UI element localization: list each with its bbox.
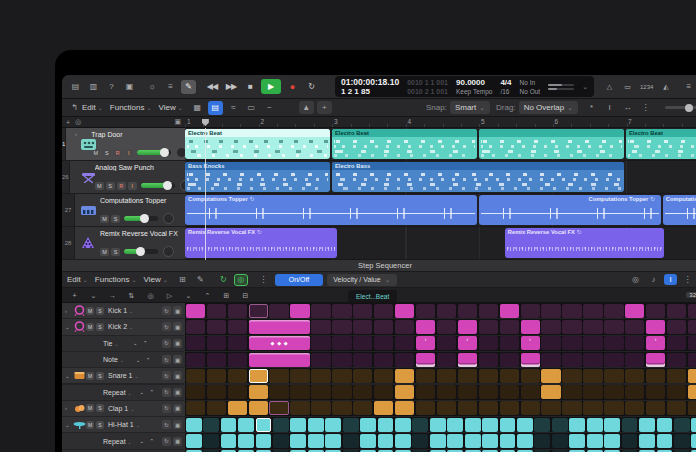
step-cell[interactable]: [249, 385, 268, 399]
step-cells[interactable]: [185, 385, 696, 400]
step-cell[interactable]: [360, 418, 376, 432]
row-options-icon[interactable]: ▣: [173, 306, 182, 315]
step-cell[interactable]: [395, 418, 411, 432]
brightness-icon[interactable]: ☼: [145, 80, 160, 94]
step-cell[interactable]: [378, 434, 394, 448]
step-cell[interactable]: [458, 320, 477, 334]
step-cell[interactable]: [186, 418, 202, 432]
step-cells[interactable]: [185, 368, 696, 383]
record-enable-button[interactable]: R: [113, 149, 122, 157]
pencil-edit-icon[interactable]: ✎: [193, 273, 208, 287]
step-cell[interactable]: [332, 353, 351, 367]
step-cell[interactable]: [273, 418, 289, 432]
step-cell[interactable]: [482, 434, 498, 448]
step-cell[interactable]: [482, 418, 498, 432]
step-cell[interactable]: [186, 320, 205, 334]
step-cell[interactable]: [186, 401, 205, 415]
grid-edit-icon[interactable]: ⊞: [175, 273, 190, 287]
row-settings-icon[interactable]: ↻: [162, 404, 171, 413]
pointer-tool-icon[interactable]: ▲: [299, 101, 314, 114]
preview-icon[interactable]: ♪: [646, 273, 661, 287]
mixer-icon[interactable]: ≡: [163, 80, 178, 94]
increment-icon[interactable]: ⌃: [147, 437, 156, 446]
step-cell[interactable]: [203, 418, 219, 432]
input-monitor-button[interactable]: I: [124, 149, 133, 157]
step-cell[interactable]: [541, 401, 560, 415]
solo-button[interactable]: S: [111, 215, 120, 223]
step-cell[interactable]: [667, 336, 686, 350]
step-cell[interactable]: [479, 353, 498, 367]
solo-button[interactable]: S: [106, 182, 115, 190]
step-cell[interactable]: [583, 353, 602, 367]
step-cell[interactable]: [332, 304, 351, 318]
record-button[interactable]: ●: [284, 79, 300, 94]
row-settings-icon[interactable]: ↻: [162, 437, 171, 446]
track-lane-28[interactable]: Remix Reverse Vocal FX ↻Remix Reverse Vo…: [185, 227, 696, 260]
step-cell[interactable]: [353, 369, 372, 383]
disclosure-icon[interactable]: ›: [65, 308, 73, 314]
pan-knob[interactable]: [163, 213, 174, 224]
row-header[interactable]: Note⌄⌄⌃↻▣: [62, 352, 185, 367]
tuner-icon[interactable]: △: [602, 80, 617, 94]
pan-knob[interactable]: [163, 246, 174, 257]
onoff-button[interactable]: On/Off: [275, 274, 324, 286]
step-cell[interactable]: [622, 418, 638, 432]
track-header-28[interactable]: 28Remix Reverse Vocal FXMS: [62, 227, 185, 260]
step-cell[interactable]: [207, 385, 226, 399]
track-header-27[interactable]: 27Computations TopperMS: [62, 194, 185, 227]
step-cell[interactable]: [458, 369, 477, 383]
stop-button[interactable]: ■: [242, 79, 258, 94]
region[interactable]: Electro Bass: [332, 162, 624, 192]
step-cell[interactable]: [521, 320, 540, 334]
stepseq-menu-functions[interactable]: Functions⌄: [95, 275, 137, 284]
step-cell[interactable]: [646, 320, 665, 334]
step-cell[interactable]: [521, 401, 540, 415]
step-cell[interactable]: [500, 385, 519, 399]
step-record-icon[interactable]: ↻: [216, 273, 231, 287]
sort-icon[interactable]: ⇅: [124, 288, 139, 302]
step-cell[interactable]: [374, 385, 393, 399]
decrement-icon[interactable]: ⌄: [134, 355, 143, 364]
step-cell[interactable]: [374, 369, 393, 383]
text-cursor-icon[interactable]: I: [664, 274, 677, 285]
step-cell[interactable]: [569, 418, 585, 432]
step-cell[interactable]: [186, 385, 205, 399]
step-cell[interactable]: [541, 304, 560, 318]
step-cell[interactable]: [290, 418, 306, 432]
target-icon[interactable]: ◎: [143, 288, 158, 302]
step-cell[interactable]: [353, 320, 372, 334]
step-cell[interactable]: [604, 369, 623, 383]
step-cell[interactable]: [583, 336, 602, 350]
tracks-menu-edit[interactable]: Edit⌄: [82, 103, 103, 112]
step-cell[interactable]: [353, 401, 372, 415]
row-options-icon[interactable]: ▣: [173, 339, 182, 348]
step-cell[interactable]: [395, 353, 414, 367]
row-settings-icon[interactable]: ↻: [162, 388, 171, 397]
step-cell[interactable]: [311, 369, 330, 383]
step-cell[interactable]: [228, 401, 247, 415]
step-cell[interactable]: [343, 434, 359, 448]
step-cell[interactable]: [552, 418, 568, 432]
step-cell[interactable]: [290, 434, 306, 448]
step-cell[interactable]: [552, 434, 568, 448]
region[interactable]: Electro Beat: [626, 129, 696, 159]
count-in-icon[interactable]: 1234: [638, 80, 655, 94]
step-cell[interactable]: [562, 320, 581, 334]
row-options-icon[interactable]: ▣: [173, 420, 182, 429]
step-cell[interactable]: [688, 385, 696, 399]
step-cell[interactable]: [416, 304, 435, 318]
step-cell[interactable]: [583, 385, 602, 399]
step-cells[interactable]: ››››◆ ◆ ◆: [185, 336, 696, 351]
step-cell[interactable]: ›: [521, 336, 540, 350]
step-cell[interactable]: [374, 336, 393, 350]
step-cell[interactable]: [332, 401, 351, 415]
input-monitor-button[interactable]: I: [128, 182, 137, 190]
more-options-icon[interactable]: ⋮: [256, 273, 271, 287]
step-cell[interactable]: [430, 418, 446, 432]
step-cell[interactable]: [583, 369, 602, 383]
disclosure-icon[interactable]: ›: [65, 405, 73, 411]
step-cell[interactable]: [646, 304, 665, 318]
step-cell[interactable]: [221, 418, 237, 432]
solo-button[interactable]: S: [96, 421, 104, 429]
step-cell[interactable]: [625, 320, 644, 334]
